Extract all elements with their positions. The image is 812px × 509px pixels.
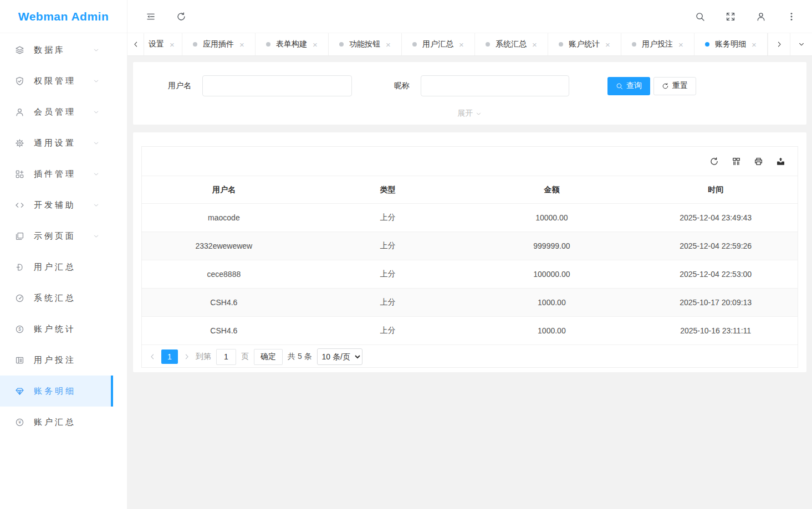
tab-shezhi[interactable]: 设置×: [144, 33, 182, 55]
sidebar-item-label: 示例页面: [34, 231, 93, 241]
total-count-label: 共 5 条: [288, 352, 312, 362]
search-icon[interactable]: [695, 12, 705, 22]
tab-status-dot: [339, 42, 344, 47]
chevron-down-icon: [93, 140, 100, 147]
more-icon[interactable]: [787, 12, 796, 22]
tab-close-icon[interactable]: ×: [313, 40, 318, 49]
tab-status-dot: [486, 42, 490, 47]
tab-close-icon[interactable]: ×: [752, 40, 757, 49]
table-cell: 上分: [306, 317, 470, 345]
tab-close-icon[interactable]: ×: [386, 40, 391, 49]
tab-biaodangoujian[interactable]: 表单构建×: [256, 33, 329, 55]
tab-close-icon[interactable]: ×: [170, 40, 175, 49]
sidebar-item-account-stats[interactable]: $账户统计: [0, 313, 113, 345]
prev-page-button[interactable]: [149, 353, 156, 361]
tab-zhangwumingxi[interactable]: 账务明细×: [694, 33, 768, 55]
tab-gongnenganniu[interactable]: 功能按钮×: [329, 33, 402, 55]
tab-xitonghuizong[interactable]: 系统汇总×: [475, 33, 548, 55]
tab-close-icon[interactable]: ×: [532, 40, 537, 49]
expand-label: 展开: [458, 109, 473, 119]
pages-icon: [15, 232, 24, 241]
sidebar-item-user-bets[interactable]: 用户投注: [0, 345, 113, 376]
expand-toggle[interactable]: 展开: [133, 109, 806, 119]
query-button-label: 查询: [626, 81, 642, 91]
table-cell: 2025-12-04 23:49:43: [634, 204, 798, 232]
table-panel: 用户名类型金额时间 maocode上分10000.002025-12-04 23…: [133, 132, 806, 372]
dollar-circle-icon: $: [15, 325, 24, 334]
chevron-down-icon: [93, 171, 100, 178]
sidebar-item-general-settings[interactable]: 通用设置: [0, 127, 113, 158]
goto-prefix-label: 到第: [196, 352, 211, 362]
tab-close-icon[interactable]: ×: [239, 40, 244, 49]
tab-close-icon[interactable]: ×: [459, 40, 464, 49]
table-cell: 上分: [306, 260, 470, 289]
table-cell: cece8888: [142, 260, 306, 289]
svg-text:¥: ¥: [18, 419, 21, 425]
tabs-scroll-right-button[interactable]: [768, 33, 790, 55]
data-table: 用户名类型金额时间 maocode上分10000.002025-12-04 23…: [142, 176, 798, 345]
sidebar-item-database[interactable]: 数据库: [0, 34, 113, 65]
current-page-button[interactable]: 1: [161, 349, 178, 364]
tab-yonghutouzhu[interactable]: 用户投注×: [621, 33, 694, 55]
tab-yonghuhuizong[interactable]: 用户汇总×: [402, 33, 475, 55]
columns-icon[interactable]: [732, 157, 741, 166]
next-page-button[interactable]: [183, 353, 191, 361]
user-icon[interactable]: [756, 12, 766, 22]
tabs-scroll-left-button[interactable]: [127, 33, 144, 55]
tab-close-icon[interactable]: ×: [678, 40, 683, 49]
username-label: 用户名: [160, 81, 191, 91]
top-header: [127, 0, 812, 33]
sidebar-item-system-summary[interactable]: 系统汇总: [0, 282, 113, 313]
tab-close-icon[interactable]: ×: [605, 40, 610, 49]
tab-yingyongchajian[interactable]: 应用插件×: [182, 33, 256, 55]
pagination: 1 到第 页 确定 共 5 条 10 条/页: [142, 345, 798, 368]
user-icon: [15, 107, 24, 117]
collapse-sidebar-icon[interactable]: [146, 12, 156, 22]
sidebar-item-label: 会员管理: [34, 107, 93, 117]
sidebar: Webman Admin 数据库权限管理会员管理通用设置插件管理开发辅助示例页面…: [0, 0, 127, 509]
shield-check-icon: [15, 76, 24, 86]
sidebar-item-permission[interactable]: 权限管理: [0, 65, 113, 96]
reset-button[interactable]: 重置: [653, 77, 696, 95]
username-input[interactable]: [202, 75, 352, 96]
chevron-down-icon: [93, 109, 100, 116]
table-cell: 1000.00: [470, 289, 634, 317]
sidebar-item-plugins[interactable]: 插件管理: [0, 158, 113, 189]
gear-icon: [15, 138, 24, 148]
sidebar-item-example-pages[interactable]: 示例页面: [0, 220, 113, 251]
sidebar-item-label: 开发辅助: [34, 200, 93, 210]
export-icon[interactable]: [776, 157, 785, 166]
tab-status-dot: [632, 42, 636, 47]
sidebar-item-label: 插件管理: [34, 169, 93, 179]
query-button[interactable]: 查询: [607, 77, 650, 95]
sidebar-item-account-summary[interactable]: ¥账户汇总: [0, 407, 113, 438]
chevron-down-icon: [93, 202, 100, 209]
sidebar-item-label: 用户投注: [34, 355, 100, 366]
confirm-page-button[interactable]: 确定: [254, 349, 283, 365]
goto-suffix-label: 页: [241, 352, 249, 362]
table-head: 用户名类型金额时间: [142, 176, 798, 204]
sidebar-item-members[interactable]: 会员管理: [0, 96, 113, 127]
nickname-input[interactable]: [421, 75, 569, 96]
table-cell: 2025-10-16 23:11:11: [634, 317, 798, 345]
fullscreen-icon[interactable]: [726, 12, 736, 22]
tab-bar: 设置×应用插件×表单构建×功能按钮×用户汇总×系统汇总×账户统计×用户投注×账务…: [127, 33, 812, 56]
tabs-menu-button[interactable]: [790, 33, 812, 55]
print-icon[interactable]: [754, 157, 763, 166]
refresh-icon[interactable]: [709, 157, 719, 166]
refresh-icon: [662, 83, 669, 90]
page-size-select[interactable]: 10 条/页: [317, 348, 362, 365]
table-cell: 100000.00: [470, 260, 634, 289]
refresh-icon[interactable]: [176, 12, 186, 22]
table-row: cece8888上分100000.002025-12-04 22:53:00: [142, 260, 798, 289]
sidebar-item-billing-detail[interactable]: 账务明细: [0, 376, 113, 407]
goto-page-input[interactable]: [216, 349, 236, 365]
sidebar-item-user-summary[interactable]: 用户汇总: [0, 251, 113, 282]
tab-zhanghutongji[interactable]: 账户统计×: [548, 33, 621, 55]
sidebar-item-dev-tools[interactable]: 开发辅助: [0, 189, 113, 220]
sidebar-menu: 数据库权限管理会员管理通用设置插件管理开发辅助示例页面用户汇总系统汇总$账户统计…: [0, 33, 127, 438]
table-cell: 2332ewewewew: [142, 232, 306, 260]
sidebar-item-label: 账户统计: [34, 324, 100, 335]
search-form-row: 用户名 昵称 查询 重置: [133, 62, 806, 96]
tab-status-dot: [266, 42, 270, 47]
